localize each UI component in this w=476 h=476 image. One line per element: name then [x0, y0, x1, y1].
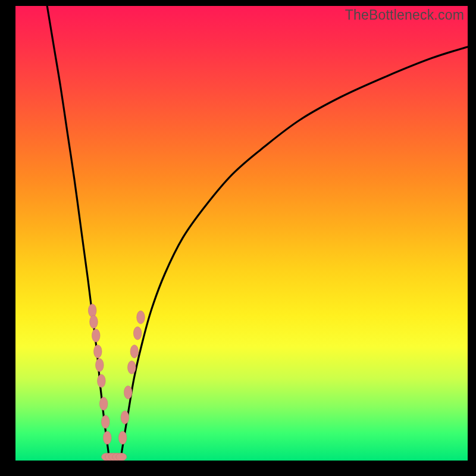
data-marker: [96, 359, 104, 372]
curves-group: [47, 6, 468, 461]
overlay-svg: [15, 6, 468, 461]
data-marker: [94, 345, 102, 358]
curve-left-curve: [47, 6, 109, 461]
markers-group: [88, 304, 145, 461]
data-marker: [90, 315, 98, 328]
data-marker: [88, 304, 96, 317]
plot-area: TheBottleneck.com: [15, 6, 468, 461]
curve-right-curve: [120, 47, 468, 461]
data-marker: [124, 386, 132, 399]
data-marker: [101, 415, 109, 428]
data-marker: [98, 374, 106, 387]
data-marker: [118, 431, 127, 444]
data-marker: [103, 431, 111, 444]
data-marker: [92, 329, 100, 342]
data-marker: [137, 311, 145, 324]
chart-frame: TheBottleneck.com: [0, 0, 476, 476]
data-marker: [121, 411, 129, 424]
data-marker: [99, 397, 108, 411]
data-marker: [130, 345, 139, 358]
data-marker: [128, 361, 136, 374]
data-marker: [133, 327, 142, 340]
data-marker: [116, 453, 127, 461]
